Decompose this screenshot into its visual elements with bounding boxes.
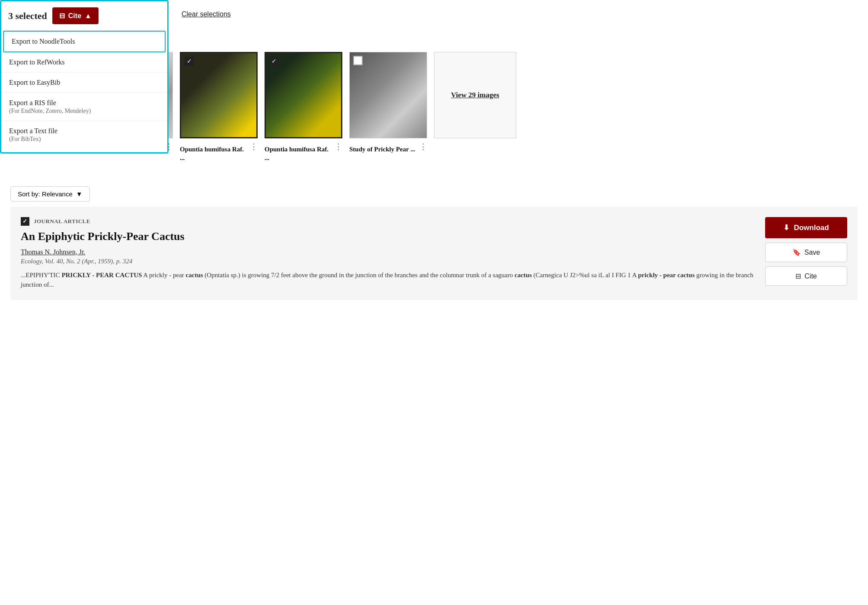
image-title-5: Study of Prickly Pear ... xyxy=(349,145,415,154)
article-type-row: ✓ JOURNAL ARTICLE xyxy=(21,217,755,226)
dropdown-chevron-icon: ▲ xyxy=(85,12,92,20)
image-checkbox-4[interactable]: ✓ xyxy=(269,57,279,66)
image-card-3: ✓ Opuntia humifusa Raf. ... ⋮ xyxy=(180,52,258,162)
image-title-3: Opuntia humifusa Raf. ... xyxy=(180,145,248,162)
clear-selections-button[interactable]: Clear selections xyxy=(182,10,231,18)
article-cite-button[interactable]: ⊟ Cite xyxy=(765,266,847,286)
article-check-icon: ✓ xyxy=(22,218,28,225)
download-button[interactable]: ⬇ Download xyxy=(765,217,847,238)
dropdown-item-easybib[interactable]: Export to EasyBib xyxy=(1,73,167,93)
sort-label: Sort by: Relevance xyxy=(18,190,73,198)
article-source: Ecology, Vol. 40, No. 2 (Apr., 1959), p.… xyxy=(21,258,755,265)
image-wrapper-5[interactable] xyxy=(349,52,427,138)
image-card-5: Study of Prickly Pear ... ⋮ xyxy=(349,52,427,154)
image-title-4: Opuntia humifusa Raf. ... xyxy=(265,145,333,162)
article-checkbox[interactable]: ✓ xyxy=(21,217,29,226)
check-icon-3: ✓ xyxy=(187,58,192,64)
article-type-label: JOURNAL ARTICLE xyxy=(34,218,90,225)
dropdown-cite-icon: ⊟ xyxy=(59,12,65,20)
image-card-4: ✓ Opuntia humifusa Raf. ... ⋮ xyxy=(265,52,342,162)
dropdown-cite-label: Cite xyxy=(68,12,81,20)
dropdown-item-ris[interactable]: Export a RIS file(For EndNote, Zotero, M… xyxy=(1,93,167,121)
article-cite-icon: ⊟ xyxy=(795,272,801,280)
download-icon: ⬇ xyxy=(783,223,789,232)
article-main: ✓ JOURNAL ARTICLE An Epiphytic Prickly-P… xyxy=(21,217,755,290)
image-more-btn-3[interactable]: ⋮ xyxy=(250,142,258,151)
image-wrapper-4[interactable]: ✓ xyxy=(265,52,342,138)
image-checkbox-5[interactable] xyxy=(353,56,363,65)
article-card: ✓ JOURNAL ARTICLE An Epiphytic Prickly-P… xyxy=(10,207,858,300)
sort-button[interactable]: Sort by: Relevance ▼ xyxy=(10,186,90,202)
article-title: An Epiphytic Prickly-Pear Cactus xyxy=(21,229,755,244)
cite-dropdown: 3 selected ⊟ Cite ▲ Export to NoodleTool… xyxy=(0,0,169,154)
dropdown-item-refworks[interactable]: Export to RefWorks xyxy=(1,52,167,73)
article-actions: ⬇ Download 🔖 Save ⊟ Cite xyxy=(765,217,847,290)
image-more-btn-4[interactable]: ⋮ xyxy=(335,142,342,151)
image-wrapper-3[interactable]: ✓ xyxy=(180,52,258,138)
save-icon: 🔖 xyxy=(792,248,801,256)
dropdown-item-text[interactable]: Export a Text file(For BibTex) xyxy=(1,121,167,149)
image-more-btn-5[interactable]: ⋮ xyxy=(419,142,427,151)
view-images-card[interactable]: View 29 images xyxy=(434,52,516,138)
sort-bar: Sort by: Relevance ▼ xyxy=(0,176,868,207)
save-label: Save xyxy=(804,249,820,256)
image-checkbox-3[interactable]: ✓ xyxy=(185,57,194,66)
check-icon-4: ✓ xyxy=(271,58,277,64)
save-button[interactable]: 🔖 Save xyxy=(765,243,847,262)
dropdown-cite-button[interactable]: ⊟ Cite ▲ xyxy=(52,7,99,24)
dropdown-item-noodletools[interactable]: Export to NoodleTools xyxy=(3,31,166,52)
dropdown-selected-count: 3 selected xyxy=(8,10,47,22)
article-author[interactable]: Thomas N. Johnsen, Jr. xyxy=(21,248,755,256)
dropdown-item-sub-text: (For BibTex) xyxy=(9,136,160,143)
sort-chevron-icon: ▼ xyxy=(76,190,83,198)
dropdown-item-sub-ris: (For EndNote, Zotero, Mendeley) xyxy=(9,108,160,115)
article-snippet: ...EPIPHY'TIC PRICKLY - PEAR CACTUS A pr… xyxy=(21,270,755,290)
article-cite-label: Cite xyxy=(804,272,817,280)
download-label: Download xyxy=(794,224,829,232)
view-images-link[interactable]: View 29 images xyxy=(451,90,499,100)
